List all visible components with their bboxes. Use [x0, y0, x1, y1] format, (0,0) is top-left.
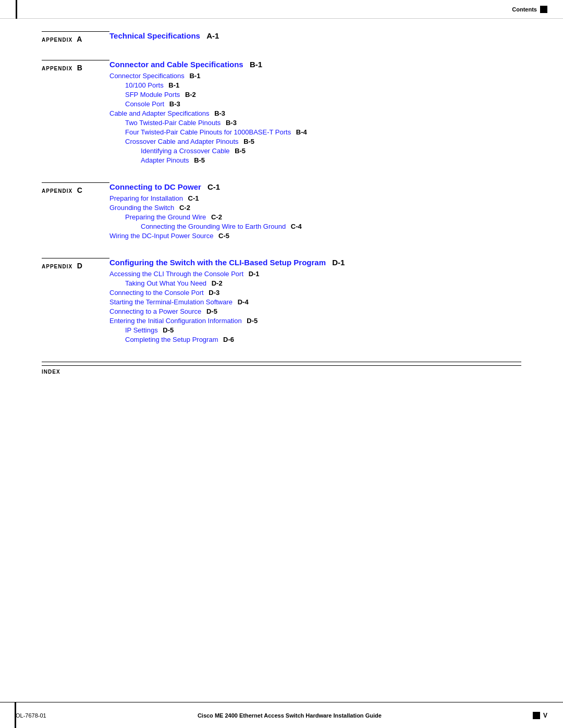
toc-entry-B-8[interactable]: Crossover Cable and Adapter Pinouts B-5	[109, 138, 521, 145]
appendix-C-label: APPENDIX C	[42, 182, 109, 194]
top-bar-right-block: Contents	[512, 6, 547, 13]
appendix-C-title[interactable]: Connecting to DC Power C-1	[109, 182, 521, 191]
appendix-A-title[interactable]: Technical Specifications A-1	[109, 31, 521, 40]
toc-entry-D-2[interactable]: Taking Out What You Need D-2	[109, 279, 521, 287]
toc-entry-C-3[interactable]: Preparing the Ground Wire C-2	[109, 213, 521, 221]
toc-entry-D-4[interactable]: Starting the Terminal-Emulation Software…	[109, 298, 521, 306]
toc-entry-B-9[interactable]: Identifying a Crossover Cable B-5	[109, 147, 521, 155]
toc-entry-B-10[interactable]: Adapter Pinouts B-5	[109, 156, 521, 164]
appendix-B-label: APPENDIX B	[42, 60, 109, 72]
appendix-A-letter: A	[75, 35, 82, 43]
toc-entry-D-8[interactable]: Completing the Setup Program D-6	[109, 336, 521, 343]
toc-entry-D-6[interactable]: Entering the Initial Configuration Infor…	[109, 317, 521, 325]
toc-entry-C-5[interactable]: Wiring the DC-Input Power Source C-5	[109, 232, 521, 240]
top-bar-left-marker	[16, 0, 17, 19]
footer-doc-number: OL-7678-01	[16, 712, 46, 719]
toc-entry-D-3[interactable]: Connecting to the Console Port D-3	[109, 289, 521, 297]
toc-entry-D-7[interactable]: IP Settings D-5	[109, 326, 521, 334]
toc-entry-B-3[interactable]: SFP Module Ports B-2	[109, 91, 521, 98]
main-content: APPENDIX A Technical Specifications A-1 …	[42, 31, 521, 697]
toc-entry-B-2[interactable]: 10/100 Ports B-1	[109, 81, 521, 89]
index-section: Index	[42, 362, 521, 375]
toc-entry-D-5[interactable]: Connecting to a Power Source D-5	[109, 307, 521, 315]
appendix-D-content: Configuring the Switch with the CLI-Base…	[109, 258, 521, 345]
appendix-B-prefix: APPENDIX	[42, 66, 72, 71]
toc-entry-C-4[interactable]: Connecting the Grounding Wire to Earth G…	[109, 223, 521, 230]
contents-black-rect	[540, 6, 547, 13]
toc-entry-D-1[interactable]: Accessing the CLI Through the Console Po…	[109, 270, 521, 278]
appendix-D-title[interactable]: Configuring the Switch with the CLI-Base…	[109, 258, 521, 267]
toc-entry-B-6[interactable]: Two Twisted-Pair Cable Pinouts B-3	[109, 119, 521, 127]
top-bar: Contents	[0, 0, 563, 19]
appendix-A-label: APPENDIX A	[42, 31, 109, 43]
index-label[interactable]: Index	[42, 365, 521, 375]
appendix-A-content: Technical Specifications A-1	[109, 31, 521, 43]
appendix-B-row: APPENDIX B Connector and Cable Specifica…	[42, 60, 521, 166]
toc-entry-B-4[interactable]: Console Port B-3	[109, 100, 521, 108]
appendix-B-letter: B	[75, 64, 83, 72]
appendix-C-prefix: APPENDIX	[42, 188, 72, 194]
toc-entry-C-2[interactable]: Grounding the Switch C-2	[109, 204, 521, 212]
appendix-C-row: APPENDIX C Connecting to DC Power C-1 Pr…	[42, 182, 521, 241]
footer: OL-7678-01 Cisco ME 2400 Ethernet Access…	[0, 702, 563, 728]
footer-page-number: V	[543, 712, 547, 719]
footer-right-rect	[533, 712, 540, 719]
appendix-A-row: APPENDIX A Technical Specifications A-1	[42, 31, 521, 43]
footer-title: Cisco ME 2400 Ethernet Access Switch Har…	[46, 712, 533, 719]
appendix-A-prefix: APPENDIX	[42, 37, 72, 43]
toc-entry-C-1[interactable]: Preparing for Installation C-1	[109, 194, 521, 202]
toc-entry-B-1[interactable]: Connector Specifications B-1	[109, 72, 521, 80]
appendix-C-letter: C	[75, 186, 83, 194]
appendix-D-letter: D	[75, 262, 83, 270]
appendix-D-label: APPENDIX D	[42, 258, 109, 270]
appendix-D-row: APPENDIX D Configuring the Switch with t…	[42, 258, 521, 345]
appendix-C-content: Connecting to DC Power C-1 Preparing for…	[109, 182, 521, 241]
appendix-D-prefix: APPENDIX	[42, 264, 72, 269]
appendix-B-content: Connector and Cable Specifications B-1 C…	[109, 60, 521, 166]
contents-label: Contents	[512, 6, 537, 13]
appendix-B-title[interactable]: Connector and Cable Specifications B-1	[109, 60, 521, 69]
footer-right: V	[533, 712, 547, 719]
toc-entry-B-5[interactable]: Cable and Adapter Specifications B-3	[109, 109, 521, 117]
footer-left-marker	[15, 702, 16, 728]
toc-entry-B-7[interactable]: Four Twisted-Pair Cable Pinouts for 1000…	[109, 128, 521, 136]
